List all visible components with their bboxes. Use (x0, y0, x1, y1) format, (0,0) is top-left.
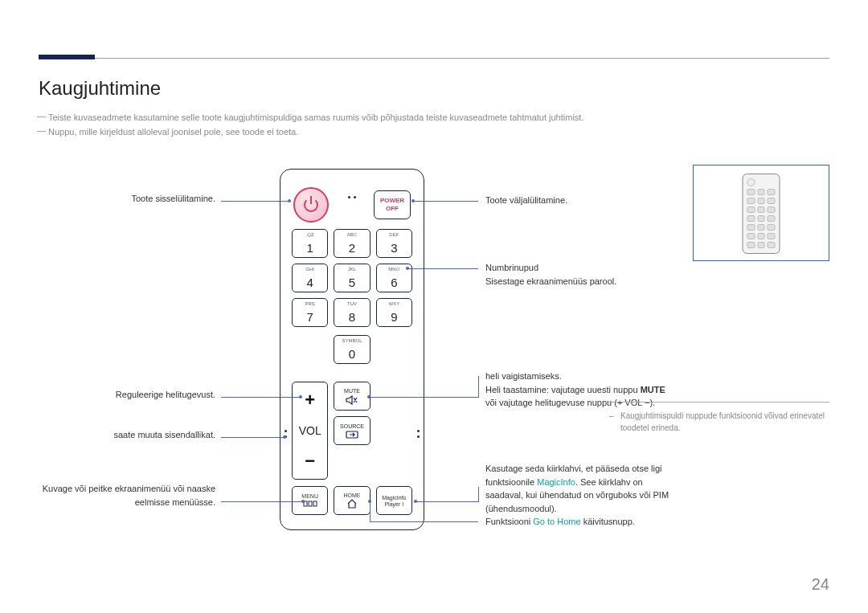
zero-row: SYMBOL0 (292, 335, 412, 364)
volume-label: VOL (299, 424, 321, 437)
callout-dot (368, 500, 371, 503)
power-off-label-2: OFF (386, 205, 399, 213)
callout-line (478, 487, 479, 502)
keypad: .QZ1 ABC2 DEF3 GHI4 JKL5 MNO6 PRS7 TUV8 … (292, 229, 412, 327)
callout-line (221, 501, 301, 502)
power-icon (304, 198, 318, 212)
remote-thumbnail (693, 165, 829, 261)
source-icon (346, 431, 358, 439)
svg-rect-2 (309, 501, 312, 506)
remote-diagram: POWER OFF .QZ1 ABC2 DEF3 GHI4 JKL5 MNO6 … (280, 169, 424, 530)
mini-grid (747, 189, 776, 247)
label-menu: Kuvage või peitke ekraanimenüü või naask… (39, 482, 215, 509)
mute-button: MUTE (334, 382, 370, 411)
key-9: WXY9 (376, 298, 412, 327)
callout-line (221, 437, 284, 438)
label-volume: Reguleerige helitugevust. (39, 390, 215, 399)
key-1: .QZ1 (292, 229, 328, 258)
callout-dot (411, 199, 415, 202)
menu-icon (303, 500, 317, 508)
page-number: 24 (812, 575, 829, 594)
key-7: PRS7 (292, 298, 328, 327)
power-off-button: POWER OFF (374, 190, 411, 219)
header-rule (39, 58, 829, 59)
callout-line (415, 201, 478, 202)
key-8: TUV8 (334, 298, 370, 327)
callout-dot (288, 199, 291, 202)
mini-power-icon (747, 178, 755, 186)
side-dots-right (417, 430, 420, 438)
sidenote-rule (604, 402, 829, 403)
home-icon (346, 499, 358, 509)
page-title: Kaugjuhtimine (39, 77, 161, 100)
key-2: ABC2 (334, 229, 370, 258)
callout-dot (301, 500, 305, 503)
label-mute: heli vaigistamiseks. Heli taastamine: va… (485, 370, 674, 410)
note-1: Teiste kuvaseadmete kasutamine selle too… (48, 111, 643, 125)
callout-line (416, 501, 478, 502)
label-source: saate muuta sisendallikat. (39, 430, 215, 439)
note-2: Nuppu, mille kirjeldust alloleval joonis… (48, 125, 643, 139)
label-power-on: Toote sisselülitamine. (39, 194, 215, 203)
key-3: DEF3 (376, 229, 412, 258)
callout-line (370, 501, 371, 521)
header-accent (39, 55, 95, 59)
callout-line (370, 521, 478, 522)
ir-dots (348, 196, 356, 198)
mini-remote (743, 174, 780, 254)
label-magicinfo: Kasutage seda kiirklahvi, et pääseda ots… (485, 462, 674, 515)
mute-icon (346, 395, 358, 405)
key-0: SYMBOL0 (334, 335, 370, 364)
magicinfo-button: MagicInfo Player I (376, 486, 412, 515)
label-home: Funktsiooni Go to Home käivitusnupp. (485, 515, 635, 529)
power-off-label-1: POWER (380, 197, 404, 205)
callout-line (370, 397, 478, 398)
callout-dot (367, 395, 371, 398)
key-5: JKL5 (334, 264, 370, 292)
callout-dot (299, 395, 302, 398)
menu-button: MENU (292, 486, 328, 515)
callout-line (478, 376, 479, 398)
bottom-row: MENU HOME MagicInfo Player I (292, 486, 412, 515)
callout-dot (283, 435, 286, 439)
callout-dot (406, 267, 409, 270)
callout-dot (414, 500, 417, 503)
home-button: HOME (334, 486, 370, 515)
key-4: GHI4 (292, 264, 328, 292)
volume-plus-icon: + (305, 390, 315, 411)
source-button: SOURCE (334, 416, 370, 445)
callout-line (221, 201, 288, 202)
volume-minus-icon: − (305, 451, 315, 472)
label-numbers: Numbrinupud Sisestage ekraanimenüüs paro… (485, 261, 616, 288)
sidenote: Kaugjuhtimispuldi nuppude funktsioonid v… (620, 410, 829, 434)
label-power-off: Toote väljalülitamine. (485, 194, 567, 207)
callout-line (221, 397, 299, 398)
power-on-button (293, 187, 329, 223)
svg-rect-3 (313, 501, 317, 506)
callout-line (408, 268, 478, 269)
